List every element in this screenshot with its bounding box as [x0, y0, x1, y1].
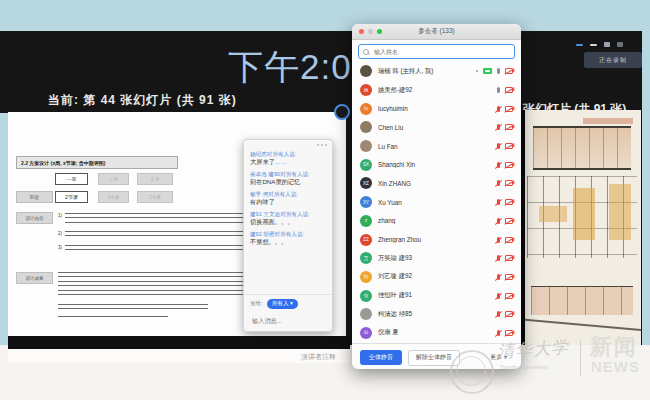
participants-panel: 参会者 (133) 瑞楠 韩 (主持人, 我) 姚 姚美然-建92 lu luc… — [352, 24, 521, 369]
avatar: SX — [360, 159, 372, 171]
mic-off-icon[interactable] — [497, 180, 500, 186]
architectural-sketch — [520, 110, 641, 345]
participant-name: 刘艺璇 建92 — [378, 272, 491, 281]
status-dot-icon — [476, 70, 478, 72]
participant-row[interactable]: Chen Liu — [352, 118, 521, 137]
mic-off-icon[interactable] — [497, 237, 500, 243]
mute-all-button[interactable]: 全体静音 — [360, 350, 402, 365]
participant-name: 佳恒叶 建91 — [378, 291, 491, 300]
slide-stage-active: 一草 — [55, 173, 88, 185]
send-to-label: 发给: — [250, 300, 263, 308]
chat-header — [244, 140, 332, 149]
mic-off-icon[interactable] — [497, 330, 500, 336]
chat-text: 切换画面。。。 — [250, 218, 326, 226]
minimize-icon[interactable] — [368, 29, 373, 34]
mic-off-icon[interactable] — [497, 199, 500, 205]
mic-off-icon[interactable] — [497, 218, 500, 224]
slide-content-label: 设计内容 — [16, 212, 53, 224]
grid-view-icon[interactable] — [604, 42, 610, 47]
participant-name: zhang — [378, 217, 491, 224]
recording-button[interactable]: 正在录制 — [584, 52, 642, 68]
participant-row[interactable]: Lu Fan — [352, 137, 521, 156]
mic-off-icon[interactable] — [497, 311, 500, 317]
send-to-dropdown[interactable]: 所有人 ▾ — [267, 299, 298, 309]
chat-message-list: 杨绍杰对所有人说: 大屏来了…… 崔卓迅 建90对所有人说: 刻在DNA里的记忆… — [244, 149, 332, 253]
restore-icon[interactable] — [590, 44, 597, 46]
mic-off-icon[interactable] — [497, 162, 500, 168]
camera-off-icon[interactable] — [505, 330, 513, 336]
zoom-icon[interactable] — [377, 29, 382, 34]
mic-off-icon[interactable] — [497, 293, 500, 299]
mic-off-icon[interactable] — [497, 274, 500, 280]
camera-off-icon[interactable] — [505, 237, 513, 243]
participant-row[interactable]: SX Shangchi Xin — [352, 155, 521, 174]
search-input[interactable] — [372, 48, 510, 56]
more-dropdown[interactable]: 更多 ▾ — [484, 352, 513, 363]
camera-off-icon[interactable] — [505, 106, 513, 112]
camera-off-icon[interactable] — [505, 143, 513, 149]
participant-row[interactable]: 刘 刘艺璇 建92 — [352, 268, 521, 287]
participant-name: 柯清远 经85 — [378, 310, 491, 319]
participant-name: Shangchi Xin — [378, 161, 491, 168]
camera-off-icon[interactable] — [505, 255, 513, 261]
participant-row[interactable]: 柯清远 经85 — [352, 305, 521, 324]
chat-input[interactable] — [250, 316, 326, 325]
participant-name: Xin ZHANG — [378, 180, 491, 187]
participant-row[interactable]: 瑞楠 韩 (主持人, 我) — [352, 62, 521, 81]
slide-section-title: 2.2 方案设计 (x周, x节课; 含中期评图) — [16, 156, 178, 169]
camera-off-icon[interactable] — [505, 162, 513, 168]
page-left-edge — [0, 113, 8, 345]
text-lines — [58, 316, 168, 320]
mic-off-icon[interactable] — [497, 255, 500, 261]
participants-titlebar: 参会者 (133) — [352, 24, 521, 40]
participant-row[interactable]: 姚 姚美然-建92 — [352, 81, 521, 100]
avatar: XY — [360, 196, 372, 208]
chat-window-controls-icon[interactable] — [317, 144, 327, 146]
mic-on-icon[interactable] — [497, 87, 500, 93]
camera-off-icon[interactable] — [505, 87, 513, 93]
camera-off-icon[interactable] — [505, 274, 513, 280]
avatar: z — [360, 215, 372, 227]
participant-row[interactable]: XY Xu Yuan — [352, 193, 521, 212]
camera-off-icon[interactable] — [505, 124, 513, 130]
camera-off-icon[interactable] — [505, 293, 513, 299]
participant-row[interactable]: z zhang — [352, 212, 521, 231]
participant-row[interactable]: 倪 倪康 夏 — [352, 324, 521, 343]
slide-result-label: 设计成果 — [16, 272, 53, 284]
close-icon[interactable] — [359, 29, 364, 34]
slides-grid-icon[interactable] — [617, 42, 623, 47]
chat-text: 大屏来了…… — [250, 158, 326, 166]
participant-row[interactable]: 佳 佳恒叶 建91 — [352, 286, 521, 305]
mic-off-icon[interactable] — [497, 143, 500, 149]
camera-off-icon[interactable] — [505, 180, 513, 186]
camera-off-icon[interactable] — [505, 68, 513, 74]
chat-text: 有内味了 — [250, 198, 326, 206]
participant-row[interactable]: 万 万笑瑜 建93 — [352, 249, 521, 268]
avatar: 倪 — [360, 327, 372, 339]
camera-off-icon[interactable] — [505, 199, 513, 205]
chat-sender: 杨绍杰对所有人说: — [250, 151, 326, 158]
floating-app-bubble[interactable] — [334, 104, 350, 120]
mic-on-icon[interactable] — [497, 68, 500, 74]
window-control-icons — [576, 42, 623, 47]
unmute-all-button[interactable]: 解除全体静音 — [408, 350, 460, 366]
avatar: 姚 — [360, 84, 372, 96]
participants-list: 瑞楠 韩 (主持人, 我) 姚 姚美然-建92 lu lucyhuimin Ch… — [352, 62, 521, 343]
participant-row[interactable]: ZZ Zhengran Zhou — [352, 230, 521, 249]
camera-off-icon[interactable] — [505, 311, 513, 317]
mic-off-icon[interactable] — [497, 124, 500, 130]
search-area — [352, 40, 521, 62]
participant-row[interactable]: lu lucyhuimin — [352, 99, 521, 118]
avatar — [360, 65, 372, 77]
presenter-divider-bar — [8, 336, 350, 349]
search-box — [358, 44, 515, 59]
chat-message: 建91 王文远对所有人说: 切换画面。。。 — [250, 211, 326, 226]
camera-off-icon[interactable] — [505, 218, 513, 224]
participant-name: 万笑瑜 建93 — [378, 254, 491, 263]
mic-off-icon[interactable] — [497, 106, 500, 112]
avatar — [360, 308, 372, 320]
slide-hours-3: 2节课 — [137, 191, 173, 203]
participant-row[interactable]: XZ Xin ZHANG — [352, 174, 521, 193]
minimize-icon[interactable] — [576, 44, 583, 46]
chat-message: 崔卓迅 建90对所有人说: 刻在DNA里的记忆 — [250, 171, 326, 186]
